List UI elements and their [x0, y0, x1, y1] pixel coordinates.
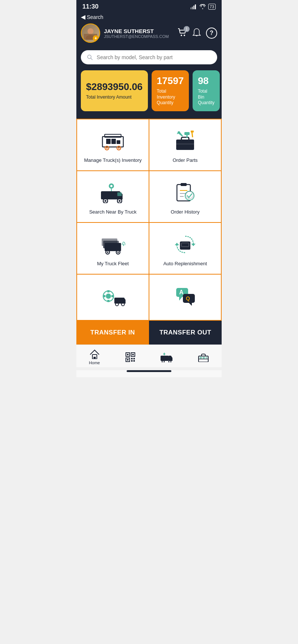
inventory-qty-value: 17597 [157, 76, 184, 86]
nearby-truck-icon [99, 182, 126, 204]
svg-rect-3 [195, 4, 196, 9]
bottom-nav: Home [76, 345, 222, 367]
svg-marker-57 [175, 243, 179, 245]
svg-rect-39 [181, 183, 187, 186]
svg-rect-84 [133, 358, 135, 359]
qr-icon [125, 352, 136, 362]
inventory-amount-label: Total Inventory Amount [86, 94, 143, 100]
battery-icon: 73 [208, 4, 216, 10]
svg-rect-14 [111, 139, 116, 144]
svg-rect-0 [190, 7, 191, 9]
search-nearby-truck-label: Search Near By Truck [89, 209, 136, 215]
svg-point-31 [105, 200, 107, 202]
svg-point-8 [184, 35, 185, 36]
svg-point-55 [117, 251, 119, 253]
svg-marker-56 [191, 244, 196, 246]
svg-rect-2 [193, 6, 194, 9]
svg-point-88 [162, 361, 164, 362]
svg-rect-51 [105, 243, 121, 251]
help-button[interactable]: ? [206, 28, 217, 39]
gear-truck-icon [99, 285, 126, 307]
home-nav-label: Home [89, 361, 100, 365]
order-parts-label: Order Parts [172, 157, 197, 163]
toolbox-icon [198, 352, 209, 362]
svg-rect-15 [117, 140, 120, 144]
svg-rect-62 [107, 290, 110, 292]
menu-item-translation[interactable]: A Q [149, 275, 222, 321]
header-content: + JAYNE SUTHERST JSUTHERST@ENCOMPASS.COM… [81, 23, 217, 43]
status-time: 11:30 [82, 3, 98, 10]
truck-fleet-svg [99, 234, 126, 255]
search-icon [87, 54, 93, 61]
bin-qty-value: 98 [198, 76, 215, 86]
search-input[interactable] [97, 54, 211, 60]
menu-item-search-nearby-truck[interactable]: Search Near By Truck [77, 171, 149, 223]
order-parts-icon [172, 130, 199, 152]
svg-rect-13 [106, 139, 111, 144]
svg-rect-86 [133, 360, 135, 362]
svg-rect-76 [93, 357, 96, 359]
truck-fleet-icon [99, 233, 126, 256]
svg-rect-82 [127, 359, 129, 361]
back-search[interactable]: ◀ Search [81, 13, 217, 20]
cart-button[interactable]: 1 [178, 28, 187, 38]
svg-rect-27 [191, 131, 194, 132]
menu-item-my-truck-fleet[interactable]: My Truck Fleet [77, 223, 149, 275]
svg-point-35 [110, 185, 112, 187]
menu-item-gear-truck[interactable] [77, 275, 149, 321]
avatar[interactable]: + [81, 23, 100, 43]
bin-qty-label: Total Bin Quantity [198, 89, 215, 106]
svg-point-61 [106, 294, 111, 299]
user-info: + JAYNE SUTHERST JSUTHERST@ENCOMPASS.COM [81, 23, 169, 43]
svg-rect-87 [161, 356, 169, 361]
svg-rect-24 [184, 132, 190, 135]
header-actions: 1 ? [178, 28, 217, 39]
stat-card-inventory-amount: $2893950.06 Total Inventory Amount [81, 70, 148, 111]
truck-inventory-icon [99, 130, 126, 152]
search-bar-section [76, 49, 222, 70]
svg-rect-29 [101, 191, 117, 199]
home-bar [127, 370, 171, 372]
menu-item-manage-truck-inventory[interactable]: Manage Truck(s) Inventory [77, 119, 149, 171]
svg-point-4 [88, 28, 93, 34]
help-label: ? [210, 30, 213, 36]
order-history-icon [172, 182, 199, 204]
home-icon [89, 349, 100, 359]
svg-text:Q: Q [186, 295, 190, 301]
bell-icon [193, 28, 201, 37]
auto-replenishment-svg [173, 233, 197, 256]
order-parts-svg [173, 130, 197, 152]
nav-item-home[interactable]: Home [89, 349, 100, 365]
svg-rect-83 [131, 358, 133, 359]
nav-item-toolbox[interactable] [198, 352, 209, 362]
svg-point-17 [106, 147, 108, 149]
svg-marker-73 [189, 303, 192, 306]
svg-point-9 [88, 55, 91, 59]
menu-item-order-parts[interactable]: Order Parts [149, 119, 222, 171]
header: ◀ Search + JAYNE SUTHERST JSUTHERST@ENCO… [76, 12, 222, 49]
avatar-plus-icon[interactable]: + [93, 35, 99, 41]
inventory-qty-label: Total Inventory Quantity [157, 89, 184, 106]
svg-point-53 [107, 251, 108, 253]
nav-item-truck-add[interactable] [161, 352, 172, 362]
notification-button[interactable] [193, 28, 201, 38]
svg-rect-63 [107, 300, 110, 302]
svg-rect-94 [200, 357, 202, 359]
svg-point-7 [181, 35, 182, 36]
svg-rect-1 [192, 7, 193, 9]
stat-card-bin-qty: 98 Total Bin Quantity [193, 70, 220, 111]
transfer-out-button[interactable]: TRANSFER OUT [149, 321, 222, 345]
svg-rect-23 [181, 137, 189, 140]
menu-item-auto-replenishment[interactable]: Auto Replenishment [149, 223, 222, 275]
svg-rect-78 [127, 354, 129, 355]
svg-rect-80 [132, 354, 134, 355]
home-bar-section [76, 370, 222, 377]
translation-icon: A Q [172, 285, 199, 307]
transfer-in-button[interactable]: TRANSFER IN [76, 321, 149, 345]
transfer-section: TRANSFER IN TRANSFER OUT [76, 321, 222, 345]
search-bar[interactable] [81, 50, 217, 64]
menu-item-order-history[interactable]: Order History [149, 171, 222, 223]
nav-item-qr-scan[interactable] [125, 352, 136, 362]
stats-section: $2893950.06 Total Inventory Amount 17597… [76, 70, 222, 119]
svg-line-10 [91, 58, 92, 60]
